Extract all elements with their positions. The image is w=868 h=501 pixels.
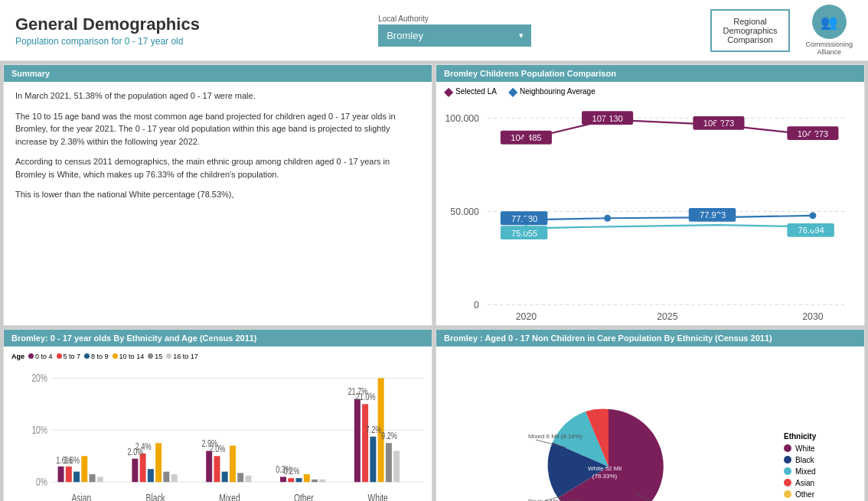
svg-point-28: [809, 132, 816, 138]
header-right: Regional Demographics Comparison 👥 Commi…: [710, 5, 853, 56]
main-content: Summary In March 2021, 51.38% of the pop…: [0, 61, 868, 501]
svg-text:7.2%: 7.2%: [366, 424, 382, 434]
pie-label-other: Other: [795, 490, 814, 499]
logo-circle: 👥: [812, 5, 847, 39]
pie-legend-asian: Asian: [784, 479, 860, 487]
svg-rect-81: [386, 443, 392, 482]
population-chart-panel: Bromley Childrens Population Comparison …: [436, 64, 865, 326]
svg-point-30: [604, 215, 611, 222]
age-legend: Age 0 to 4 5 to 7 8 to 9: [11, 350, 424, 363]
svg-rect-62: [230, 445, 236, 482]
bar-chart-header: Bromley: 0 - 17 year olds By Ethnicity a…: [4, 330, 432, 346]
svg-text:2030: 2030: [802, 312, 824, 322]
pie-dot-asian: [784, 479, 791, 486]
svg-point-29: [523, 216, 530, 223]
line-chart-svg: 100.000 50.000 0 2020 2025 2030 104.485 …: [436, 101, 864, 322]
pie-svg: White 52 Mil (76.33%) Black 6 Mil (9.19%…: [524, 398, 693, 501]
age-label-10to14: 10 to 14: [119, 353, 145, 360]
pie-label-mixed: Mixed: [795, 467, 816, 476]
svg-text:2.0%: 2.0%: [210, 443, 226, 454]
svg-text:Asian: Asian: [72, 490, 92, 501]
svg-text:2020: 2020: [516, 312, 537, 322]
local-authority-select-wrapper[interactable]: Bromley: [378, 24, 531, 47]
local-authority-select[interactable]: Bromley: [378, 24, 531, 47]
svg-rect-45: [90, 474, 96, 482]
bar-chart-svg: 20% 10% 0% 1.6%: [23, 363, 424, 501]
logo-text: Commissioning Alliance: [805, 41, 853, 56]
age-label-15: 15: [155, 353, 162, 360]
svg-text:Mixed 6 Mil (8.18%): Mixed 6 Mil (8.18%): [528, 433, 582, 440]
svg-point-33: [523, 225, 530, 232]
pie-label-black: Black: [795, 456, 814, 464]
svg-text:9.2%: 9.2%: [381, 430, 397, 441]
svg-text:20%: 20%: [31, 371, 47, 385]
age-label-16to17: 16 to 17: [173, 353, 198, 360]
svg-point-25: [523, 136, 530, 143]
pie-chart-header: Bromley : Aged 0 - 17 Non Children in Ca…: [436, 330, 864, 346]
age-legend-8to9: 8 to 9: [84, 353, 109, 360]
regional-btn-line1: Regional: [723, 17, 778, 26]
svg-rect-53: [155, 443, 162, 482]
svg-text:50.000: 50.000: [450, 207, 479, 217]
age-label-0to4: 0 to 4: [35, 353, 53, 360]
pie-legend-header: Ethnicity: [784, 432, 860, 441]
svg-text:Black: Black: [146, 490, 165, 501]
svg-rect-43: [73, 471, 80, 482]
regional-btn-line2: Demographics: [723, 26, 778, 35]
svg-rect-68: [280, 477, 286, 482]
header: General Demographics Population comparis…: [0, 0, 868, 61]
svg-text:0: 0: [474, 300, 479, 311]
legend-selected-la-label: Selected LA: [455, 87, 497, 96]
svg-point-34: [809, 223, 816, 230]
bar-chart-panel: Bromley: 0 - 17 year olds By Ethnicity a…: [3, 329, 432, 501]
age-legend-10to14: 10 to 14: [113, 353, 145, 360]
pie-dot-black: [784, 456, 791, 464]
pie-dot-other: [784, 490, 791, 498]
legend-selected-la-icon: ◆: [444, 84, 453, 99]
svg-text:1.6%: 1.6%: [64, 454, 80, 465]
svg-text:0.2%: 0.2%: [283, 465, 299, 476]
local-authority-label: Local Authority: [378, 15, 429, 23]
svg-rect-77: [354, 399, 361, 482]
age-dot-5to7: [57, 353, 62, 359]
summary-panel: Summary In March 2021, 51.38% of the pop…: [3, 64, 432, 326]
svg-rect-42: [66, 467, 72, 482]
svg-point-32: [809, 212, 816, 219]
svg-rect-79: [370, 436, 376, 481]
legend-selected-la: ◆ Selected LA: [444, 84, 497, 99]
svg-rect-69: [288, 478, 294, 482]
age-legend-label: Age: [11, 353, 24, 360]
regional-demographics-button[interactable]: Regional Demographics Comparison: [710, 9, 791, 52]
svg-rect-60: [214, 456, 220, 482]
population-chart-header: Bromley Childrens Population Comparison: [436, 65, 864, 82]
svg-text:White: White: [368, 490, 388, 501]
age-dot-0to4: [28, 353, 34, 359]
svg-rect-78: [362, 404, 368, 482]
svg-rect-41: [58, 467, 64, 482]
svg-text:Other: Other: [294, 490, 314, 501]
summary-paragraph-3: According to census 2011 demographics, t…: [15, 155, 420, 181]
pie-wrapper: White 52 Mil (76.33%) Black 6 Mil (9.19%…: [440, 398, 776, 501]
pie-chart-area: White 52 Mil (76.33%) Black 6 Mil (9.19%…: [436, 346, 864, 501]
age-dot-10to14: [113, 353, 118, 359]
age-label-5to7: 5 to 7: [64, 353, 81, 360]
summary-content: In March 2021, 51.38% of the population …: [4, 82, 432, 216]
svg-rect-73: [319, 479, 325, 481]
svg-rect-72: [312, 479, 318, 481]
svg-text:Mixed: Mixed: [219, 490, 240, 501]
svg-text:2.4%: 2.4%: [135, 441, 152, 451]
svg-text:100.000: 100.000: [445, 113, 479, 124]
pie-legend-black: Black: [784, 456, 860, 464]
header-center: Local Authority Bromley: [378, 15, 531, 47]
pie-legend-other: Other: [784, 490, 860, 499]
svg-rect-71: [304, 474, 310, 482]
svg-rect-59: [206, 451, 212, 482]
svg-rect-52: [148, 469, 154, 482]
svg-rect-64: [245, 475, 251, 481]
age-legend-0to4: 0 to 4: [28, 353, 53, 360]
pie-legend-mixed: Mixed: [784, 467, 860, 476]
pie-legend: Ethnicity White Black Mixed: [784, 432, 860, 502]
header-left: General Demographics Population comparis…: [15, 15, 200, 47]
svg-text:Black 6 Mil (9.19%): Black 6 Mil (9.19%): [528, 498, 581, 501]
legend-neighbour-avg: ◆ Neighbouring Average: [508, 84, 596, 99]
